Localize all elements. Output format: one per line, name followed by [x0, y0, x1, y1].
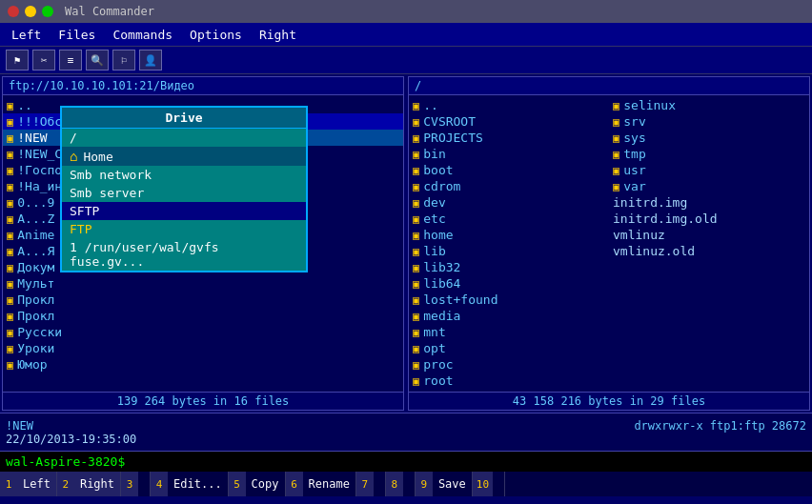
- list-item[interactable]: ▣lib64: [409, 275, 609, 292]
- func-num-1: 1: [0, 472, 17, 496]
- minimize-button[interactable]: [25, 6, 36, 17]
- folder-icon: ▣: [613, 115, 619, 129]
- list-item[interactable]: vmlinuz.old: [609, 243, 809, 259]
- folder-icon: ▣: [413, 212, 419, 226]
- folder-icon: ▣: [613, 131, 619, 145]
- list-item[interactable]: ▣lib32: [409, 259, 609, 275]
- list-item[interactable]: ▣..: [409, 97, 609, 113]
- func-num-8: 8: [386, 472, 403, 496]
- func-btn-7[interactable]: 7: [356, 472, 386, 496]
- list-item[interactable]: ▣CVSROOT: [409, 113, 609, 130]
- list-item[interactable]: ▣Русски: [3, 324, 403, 340]
- list-item[interactable]: ▣dev: [409, 194, 609, 211]
- folder-icon: ▣: [413, 148, 419, 161]
- list-item[interactable]: ▣boot: [409, 162, 609, 178]
- func-btn-8[interactable]: 8: [386, 472, 416, 496]
- drive-item-smb-server[interactable]: Smb server: [62, 184, 306, 202]
- func-label-save: Save: [433, 472, 472, 496]
- list-item[interactable]: ▣media: [409, 308, 609, 324]
- list-item[interactable]: ▣opt: [409, 340, 609, 356]
- folder-icon: ▣: [7, 277, 13, 291]
- list-item[interactable]: ▣root: [409, 373, 609, 389]
- list-item[interactable]: ▣lib: [409, 243, 609, 259]
- drive-home-label: Home: [83, 150, 112, 164]
- func-btn-5[interactable]: 5 Copy: [229, 472, 286, 496]
- list-item[interactable]: ▣PROJECTS: [409, 130, 609, 146]
- folder-icon: ▣: [413, 196, 419, 210]
- toolbar-btn-2[interactable]: ✂: [32, 50, 55, 71]
- toolbar-btn-3[interactable]: ≡: [59, 50, 82, 71]
- func-btn-9[interactable]: 9 Save: [416, 472, 473, 496]
- menu-right[interactable]: Right: [252, 26, 304, 44]
- right-panel-col1[interactable]: ▣.. ▣CVSROOT ▣PROJECTS ▣bin ▣boot ▣cdrom…: [409, 95, 609, 392]
- list-item[interactable]: ▣Прокл: [3, 308, 403, 324]
- func-btn-1[interactable]: 1 Left: [0, 472, 57, 496]
- list-item[interactable]: ▣selinux: [609, 97, 809, 113]
- list-item[interactable]: ▣cdrom: [409, 178, 609, 194]
- folder-icon: ▣: [7, 310, 13, 323]
- list-item[interactable]: ▣mnt: [409, 324, 609, 340]
- toolbar-btn-5[interactable]: ⚐: [112, 50, 135, 71]
- drive-item-gvfs[interactable]: 1 /run/user/wal/gvfs fuse.gv...: [62, 238, 306, 271]
- list-item[interactable]: ▣Уроки: [3, 340, 403, 356]
- list-item[interactable]: ▣srv: [609, 113, 809, 130]
- list-item[interactable]: ▣var: [609, 178, 809, 194]
- list-item[interactable]: ▣lost+found: [409, 292, 609, 308]
- list-item[interactable]: ▣bin: [409, 146, 609, 162]
- list-item[interactable]: ▣proc: [409, 356, 609, 373]
- list-item[interactable]: ▣Мульт: [3, 275, 403, 292]
- menu-commands[interactable]: Commands: [105, 26, 180, 44]
- list-item[interactable]: vmlinuz: [609, 227, 809, 243]
- drive-item-root[interactable]: /: [62, 129, 306, 147]
- folder-icon: ▣: [413, 229, 419, 242]
- list-item[interactable]: initrd.img.old: [609, 211, 809, 227]
- func-num-7: 7: [356, 472, 374, 496]
- func-btn-3[interactable]: 3: [121, 472, 151, 496]
- folder-icon: ▣: [613, 164, 619, 177]
- folder-icon: ▣: [7, 180, 13, 193]
- drive-item-ftp[interactable]: FTP: [62, 220, 306, 238]
- list-item[interactable]: ▣usr: [609, 162, 809, 178]
- toolbar-btn-1[interactable]: ⚑: [6, 50, 29, 71]
- cmdline-prompt: wal-Aspire-3820$: [6, 454, 125, 469]
- func-btn-4[interactable]: 4 Edit...: [151, 472, 229, 496]
- list-item[interactable]: ▣home: [409, 227, 609, 243]
- toolbar: ⚑ ✂ ≡ 🔍 ⚐ 👤: [0, 46, 812, 74]
- funcbar: 1 Left 2 Right 3 4 Edit... 5 Copy 6 Rena…: [0, 472, 812, 496]
- func-num-4: 4: [151, 472, 168, 496]
- list-item[interactable]: ▣Юмор: [3, 356, 403, 373]
- folder-icon: ▣: [413, 245, 419, 258]
- cmdline-input[interactable]: [129, 454, 806, 469]
- maximize-button[interactable]: [42, 6, 53, 17]
- list-item[interactable]: ▣sys: [609, 130, 809, 146]
- folder-icon: ▣: [413, 310, 419, 323]
- folder-icon: ▣: [613, 148, 619, 161]
- menu-files[interactable]: Files: [51, 26, 103, 44]
- folder-icon: ▣: [7, 115, 13, 129]
- infobar-details: 22/10/2013-19:35:00: [6, 433, 806, 446]
- drive-item-smb-network[interactable]: Smb network: [62, 166, 306, 184]
- folder-icon: ▣: [7, 342, 13, 355]
- right-panel-col2[interactable]: ▣selinux ▣srv ▣sys ▣tmp ▣usr ▣var initrd…: [609, 95, 809, 392]
- toolbar-btn-4[interactable]: 🔍: [86, 50, 109, 71]
- drive-item-sftp[interactable]: SFTP: [62, 202, 306, 220]
- close-button[interactable]: [8, 6, 19, 17]
- left-panel: ftp://10.10.10.101:21/Видео ▣.. ▣!!!Обсу…: [2, 76, 404, 411]
- folder-icon: ▣: [7, 196, 13, 210]
- toolbar-btn-6[interactable]: 👤: [139, 50, 162, 71]
- func-btn-10[interactable]: 10: [473, 472, 505, 496]
- func-btn-2[interactable]: 2 Right: [57, 472, 121, 496]
- list-item[interactable]: ▣etc: [409, 211, 609, 227]
- func-label-left: Left: [17, 472, 56, 496]
- list-item[interactable]: initrd.img: [609, 194, 809, 211]
- command-line: wal-Aspire-3820$: [0, 451, 812, 472]
- drive-item-home[interactable]: ⌂ Home: [62, 147, 306, 166]
- list-item[interactable]: ▣Прокл: [3, 292, 403, 308]
- list-item[interactable]: ▣tmp: [609, 146, 809, 162]
- menu-options[interactable]: Options: [182, 26, 250, 44]
- func-btn-6[interactable]: 6 Rename: [286, 472, 356, 496]
- right-panel-status: 43 158 216 bytes in 29 files: [409, 392, 809, 410]
- menu-left[interactable]: Left: [4, 26, 49, 44]
- folder-icon: ▣: [413, 164, 419, 177]
- folder-icon: ▣: [413, 99, 419, 112]
